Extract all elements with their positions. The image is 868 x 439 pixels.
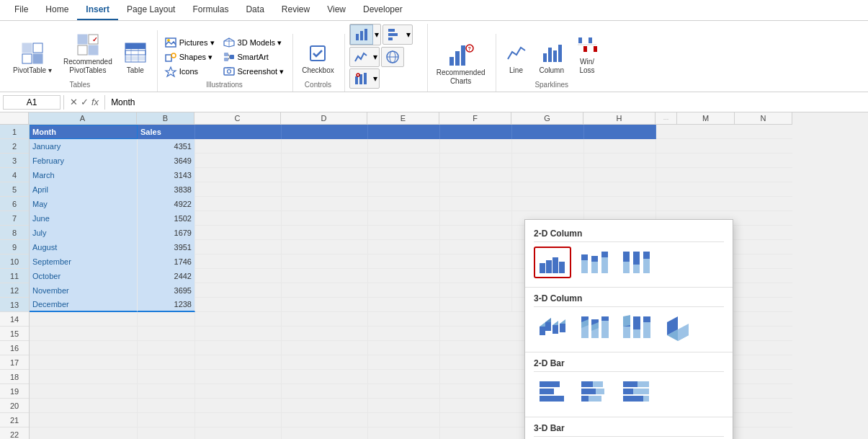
cell-a4[interactable]: March: [30, 168, 138, 182]
cell-b12[interactable]: 3695: [138, 283, 195, 298]
tab-data[interactable]: Data: [237, 0, 272, 20]
cell-g2[interactable]: [512, 139, 584, 154]
stacked-bar-2d-btn[interactable]: [576, 376, 613, 408]
cell-b16[interactable]: [138, 341, 195, 355]
cell-e7[interactable]: [368, 211, 440, 226]
100-stacked-bar-2d-btn[interactable]: [617, 376, 655, 408]
cell-b13[interactable]: 1238: [138, 298, 195, 312]
cell-c13[interactable]: [195, 298, 282, 312]
cell-b14[interactable]: [138, 312, 195, 327]
100-stacked-column-2d-btn[interactable]: [617, 247, 655, 278]
cell-f11[interactable]: [440, 269, 512, 283]
cell-c14[interactable]: [195, 312, 282, 327]
insert-bar-chart-arrow[interactable]: ▾: [405, 27, 412, 43]
col-header-e[interactable]: E: [367, 112, 439, 124]
cell-g6[interactable]: [512, 197, 584, 211]
col-header-h[interactable]: H: [583, 112, 656, 124]
insert-map-chart-btn[interactable]: [382, 48, 403, 66]
cell-a10[interactable]: September: [30, 254, 138, 269]
cell-d20[interactable]: [282, 399, 368, 413]
cell-f12[interactable]: [440, 283, 512, 298]
cell-h4[interactable]: [584, 168, 656, 182]
cell-b20[interactable]: [138, 399, 195, 413]
cell-c4[interactable]: [195, 168, 282, 182]
tab-review[interactable]: Review: [273, 0, 318, 20]
cell-b15[interactable]: [138, 327, 195, 341]
cell-a3[interactable]: February: [30, 154, 138, 168]
cell-b11[interactable]: 2442: [138, 269, 195, 283]
insert-other-chart-btn[interactable]: [350, 48, 372, 66]
cancel-formula-icon[interactable]: ✕: [70, 97, 78, 107]
row-num-15[interactable]: 15: [0, 327, 29, 341]
row-num-20[interactable]: 20: [0, 399, 29, 413]
row-num-5[interactable]: 5: [0, 182, 29, 197]
cell-g3[interactable]: [512, 154, 584, 168]
cell-b8[interactable]: 1679: [138, 226, 195, 240]
cell-b6[interactable]: 4922: [138, 197, 195, 211]
row-num-10[interactable]: 10: [0, 254, 29, 269]
cell-d13[interactable]: [282, 298, 368, 312]
cell-d1[interactable]: [282, 125, 368, 139]
cell-c9[interactable]: [195, 240, 282, 254]
col-header-b[interactable]: B: [137, 112, 194, 124]
stacked-column-3d-btn[interactable]: [576, 311, 613, 343]
row-num-13[interactable]: 13: [0, 298, 29, 312]
cell-d4[interactable]: [282, 168, 368, 182]
cell-e20[interactable]: [368, 399, 440, 413]
cell-e3[interactable]: [368, 154, 440, 168]
insert-function-icon[interactable]: fx: [91, 97, 99, 107]
row-num-6[interactable]: 6: [0, 197, 29, 211]
cell-b1[interactable]: Sales: [138, 125, 195, 139]
cell-h6[interactable]: [584, 197, 656, 211]
cell-a16[interactable]: [30, 341, 138, 355]
insert-other-chart-arrow[interactable]: ▾: [372, 49, 379, 65]
cell-f6[interactable]: [440, 197, 512, 211]
cell-e15[interactable]: [368, 327, 440, 341]
cell-a2[interactable]: January: [30, 139, 138, 154]
cell-e2[interactable]: [368, 139, 440, 154]
cell-c6[interactable]: [195, 197, 282, 211]
row-num-4[interactable]: 4: [0, 168, 29, 182]
row-num-21[interactable]: 21: [0, 413, 29, 427]
cell-c7[interactable]: [195, 211, 282, 226]
cell-a17[interactable]: [30, 355, 138, 370]
col-header-a[interactable]: A: [29, 112, 137, 124]
3d-column-btn[interactable]: [659, 311, 697, 343]
cell-e12[interactable]: [368, 283, 440, 298]
cell-g1[interactable]: [512, 125, 584, 139]
tab-file[interactable]: File: [6, 0, 37, 20]
cell-d19[interactable]: [282, 384, 368, 399]
row-num-2[interactable]: 2: [0, 139, 29, 154]
col-header-n[interactable]: N: [735, 112, 792, 124]
cell-e16[interactable]: [368, 341, 440, 355]
cell-d17[interactable]: [282, 355, 368, 370]
cell-reference-box[interactable]: A1: [3, 95, 61, 110]
cell-b9[interactable]: 3951: [138, 240, 195, 254]
insert-pivot-chart-arrow[interactable]: ▾: [372, 71, 379, 87]
insert-pivot-chart-btn[interactable]: [350, 69, 372, 88]
recommended-charts-button[interactable]: ? RecommendedCharts: [432, 41, 490, 89]
insert-column-chart-arrow[interactable]: ▾: [373, 27, 380, 43]
confirm-formula-icon[interactable]: ✓: [81, 97, 89, 107]
cell-h5[interactable]: [584, 182, 656, 197]
tab-page-layout[interactable]: Page Layout: [118, 0, 184, 20]
row-num-9[interactable]: 9: [0, 240, 29, 254]
cell-c10[interactable]: [195, 254, 282, 269]
cell-c18[interactable]: [195, 370, 282, 384]
cell-c15[interactable]: [195, 327, 282, 341]
cell-d7[interactable]: [282, 211, 368, 226]
cell-a5[interactable]: April: [30, 182, 138, 197]
row-num-18[interactable]: 18: [0, 370, 29, 384]
cell-b3[interactable]: 3649: [138, 154, 195, 168]
clustered-column-3d-btn[interactable]: [534, 311, 571, 343]
cell-c12[interactable]: [195, 283, 282, 298]
cell-f2[interactable]: [440, 139, 512, 154]
cell-e14[interactable]: [368, 312, 440, 327]
line-sparkline-button[interactable]: Line: [501, 39, 532, 78]
cell-e8[interactable]: [368, 226, 440, 240]
cell-a12[interactable]: November: [30, 283, 138, 298]
row-num-16[interactable]: 16: [0, 341, 29, 355]
pivot-table-button[interactable]: PivotTable ▾: [9, 39, 56, 78]
cell-a9[interactable]: August: [30, 240, 138, 254]
cell-f13[interactable]: [440, 298, 512, 312]
